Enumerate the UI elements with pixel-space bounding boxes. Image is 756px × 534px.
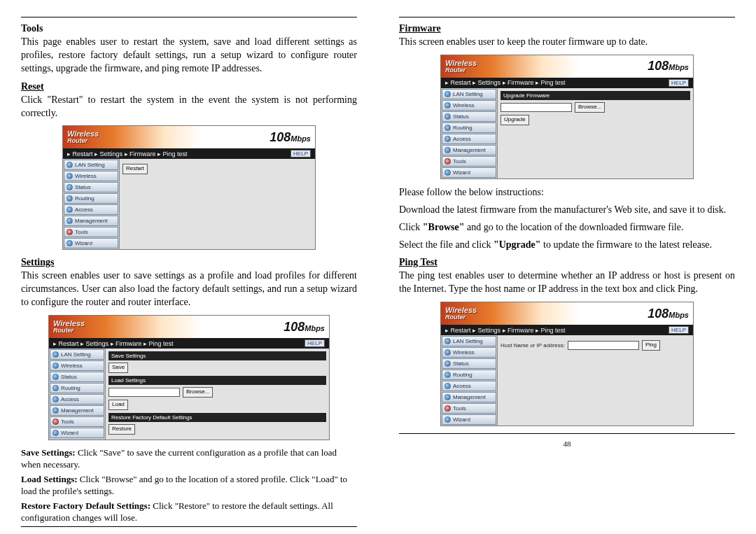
bullet-icon [66,218,73,224]
bullet-icon [52,374,59,380]
bullet-icon [444,405,451,412]
paragraph: This screen enables user to save setting… [21,269,357,309]
load-button[interactable]: Load [108,400,128,410]
ping-button[interactable]: Ping [642,340,660,351]
sidebar-item-wizard[interactable]: Wizard [50,428,104,438]
bullet-icon [444,349,451,356]
restart-button[interactable]: Restart [122,164,148,174]
help-button[interactable]: HELP [668,79,689,87]
page-left: Tools This page enables user to restart … [0,0,378,534]
router-banner: Wireless Router 108Mbps [63,126,315,148]
router-breadcrumb: ▸ Restart ▸ Settings ▸ Firmware ▸ Ping t… [49,338,329,349]
sidebar-item-routing[interactable]: Routing [442,370,496,380]
sidebar-item-management[interactable]: Management [442,392,496,402]
router-speed: 108Mbps [284,320,325,335]
sidebar-item-access[interactable]: Access [64,204,118,215]
sidebar-item-wizard[interactable]: Wizard [442,414,496,425]
help-button[interactable]: HELP [304,339,325,347]
router-breadcrumb: ▸ Restart ▸ Settings ▸ Firmware ▸ Ping t… [441,78,693,88]
sidebar-item-access[interactable]: Access [50,394,104,405]
page-number: 48 [399,440,735,448]
sidebar-item-wireless[interactable]: Wireless [50,360,104,371]
bullet-icon [444,169,451,176]
bullet-icon [52,351,59,358]
router-breadcrumb: ▸ Restart ▸ Settings ▸ Firmware ▸ Ping t… [441,325,693,335]
panel-title: Upgrade Firmware [500,91,690,100]
paragraph: This page enables user to restart the sy… [21,36,357,76]
router-content-settings: Save Settings Save Load Settings Browse.… [106,349,329,440]
sidebar-item-routing[interactable]: Routing [64,193,118,204]
bullet-icon [444,158,451,164]
sidebar-item-lan-setting[interactable]: LAN Setting [442,336,496,346]
sidebar-item-access[interactable]: Access [442,134,496,144]
router-sidebar: LAN SettingWirelessStatusRoutingAccessMa… [441,88,498,178]
bullet-icon [52,385,59,391]
sidebar-item-wireless[interactable]: Wireless [442,347,496,358]
router-screenshot-ping: Wireless Router 108Mbps ▸ Restart ▸ Sett… [440,302,694,426]
browse-button[interactable]: Browse... [183,387,213,398]
sidebar-item-tools[interactable]: Tools [442,156,496,167]
sidebar-item-lan-setting[interactable]: LAN Setting [64,160,118,170]
router-content-reset: Restart [120,159,315,249]
page-rule [21,17,357,17]
ping-input[interactable] [568,341,639,350]
router-banner: Wireless Router 108Mbps [441,302,693,325]
bullet-icon [66,206,73,213]
sidebar-item-wizard[interactable]: Wizard [442,167,496,178]
bullet-icon [444,372,451,378]
router-screenshot-settings: Wireless Router 108Mbps ▸ Restart ▸ Sett… [48,315,330,440]
paragraph: Click "Restart" to restart the system in… [21,94,357,120]
page-spread: Tools This page enables user to restart … [0,0,756,534]
bullet-icon [52,419,59,425]
restore-button[interactable]: Restore [108,424,135,435]
sidebar-item-lan-setting[interactable]: LAN Setting [442,89,496,99]
sidebar-item-wireless[interactable]: Wireless [442,100,496,111]
sidebar-item-management[interactable]: Management [442,145,496,155]
sidebar-item-wizard[interactable]: Wizard [64,238,118,248]
heading-firmware: Firmware [399,23,735,34]
sidebar-item-tools[interactable]: Tools [64,227,118,237]
router-speed: 108Mbps [648,307,689,321]
router-sidebar: LAN SettingWirelessStatusRoutingAccessMa… [63,159,120,249]
file-input[interactable] [108,388,180,397]
router-screenshot-reset: Wireless Router 108Mbps ▸ Restart ▸ Sett… [62,125,316,250]
upgrade-button[interactable]: Upgrade [500,115,529,125]
sidebar-item-routing[interactable]: Routing [442,122,496,133]
paragraph: Download the latest firmware from the ma… [399,204,735,217]
sidebar-item-status[interactable]: Status [442,111,496,122]
save-button[interactable]: Save [108,363,128,373]
sidebar-item-status[interactable]: Status [50,372,104,382]
paragraph: Select the file and click "Upgrade" to u… [399,239,735,252]
paragraph: The ping test enables user to determine … [399,269,735,296]
sidebar-item-access[interactable]: Access [442,381,496,391]
paragraph: Click "Browse" and go to the location of… [399,221,735,234]
sidebar-item-wireless[interactable]: Wireless [64,171,118,181]
sidebar-item-tools[interactable]: Tools [50,416,104,427]
router-logo: Wireless Router [53,320,85,334]
sidebar-item-management[interactable]: Management [50,405,104,416]
router-sidebar: LAN SettingWirelessStatusRoutingAccessMa… [441,335,498,426]
heading-tools: Tools [21,23,357,34]
paragraph: Please follow the below instructions: [399,186,735,199]
sidebar-item-status[interactable]: Status [64,182,118,192]
router-banner: Wireless Router 108Mbps [49,316,329,338]
bullet-icon [66,162,73,168]
router-logo: Wireless Router [67,130,99,144]
sidebar-item-tools[interactable]: Tools [442,403,496,414]
sidebar-item-lan-setting[interactable]: LAN Setting [50,349,104,360]
router-speed: 108Mbps [270,130,311,145]
sidebar-item-management[interactable]: Management [64,216,118,226]
bullet-icon [52,430,59,436]
sidebar-item-routing[interactable]: Routing [50,383,104,393]
router-banner: Wireless Router 108Mbps [441,55,693,78]
page-rule [399,433,735,434]
bullet-icon [66,173,73,179]
file-input[interactable] [500,103,572,112]
sidebar-item-status[interactable]: Status [442,358,496,369]
bullet-icon [444,102,451,108]
bullet-icon [444,338,451,344]
help-button[interactable]: HELP [668,326,689,334]
help-button[interactable]: HELP [290,150,311,157]
browse-button[interactable]: Browse... [575,102,605,113]
bullet-icon [444,416,451,423]
